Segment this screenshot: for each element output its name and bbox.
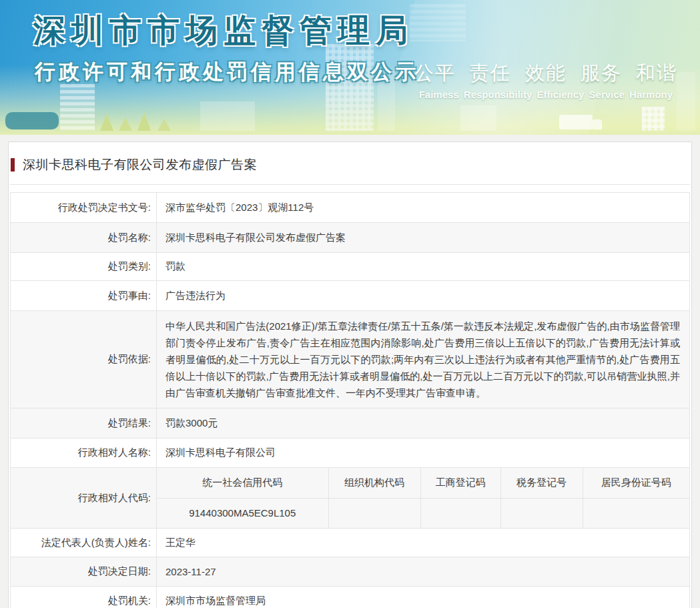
code-col-header: 组织机构代码 (328, 468, 420, 498)
party-codes-table: 统一社会信用代码 组织机构代码 工商登记码 税务登记号 居民身份证号码 9144… (157, 468, 689, 528)
row-legal-representative: 法定代表人(负责人)姓名: 王定华 (11, 529, 690, 557)
row-label: 法定代表人(负责人)姓名: (11, 529, 157, 557)
skyline-building (460, 105, 496, 131)
row-value: 罚款3000元 (157, 408, 690, 438)
row-penalty-basis: 处罚依据: 中华人民共和国广告法(2021修正)/第五章法律责任/第五十五条/第… (11, 311, 690, 408)
row-value: 深市监华处罚〔2023〕观湖112号 (157, 193, 690, 223)
row-party-codes: 行政相对人代码: 统一社会信用代码 组织机构代码 工商登记码 税务登记号 (11, 468, 690, 529)
row-value: 罚款 (157, 253, 690, 281)
code-col-header: 工商登记码 (420, 468, 500, 498)
banner-subtitle: 行政许可和行政处罚信用信息双公示 (35, 58, 419, 86)
party-codes-cell: 统一社会信用代码 组织机构代码 工商登记码 税务登记号 居民身份证号码 9144… (157, 468, 690, 529)
row-penalty-doc-number: 行政处罚决定书文号: 深市监华处罚〔2023〕观湖112号 (11, 193, 690, 223)
row-label: 处罚类别: (11, 253, 157, 281)
skyline-building (410, 4, 466, 41)
tree-silhouette (119, 117, 132, 131)
code-col-header: 居民身份证号码 (583, 468, 689, 498)
slogan-block: 公平 责任 效能 服务 和谐 Faimess Responsibility Ef… (414, 60, 677, 100)
code-value (500, 498, 583, 528)
row-label: 处罚名称: (11, 223, 157, 253)
row-penalty-authority: 处罚机关: 深圳市市场监督管理局 (11, 587, 690, 608)
page-title: 深圳卡思科电子有限公司发布虚假广告案 (23, 156, 257, 174)
row-label: 行政处罚决定书文号: (11, 193, 157, 223)
row-value: 广告违法行为 (157, 281, 690, 311)
title-divider (10, 184, 690, 185)
agency-title: 深圳市市场监督管理局 (33, 9, 414, 52)
row-value: 王定华 (157, 529, 690, 557)
row-value: 深圳市市场监督管理局 (157, 587, 690, 608)
row-value: 2023-11-27 (157, 557, 690, 587)
skyline-building (326, 44, 374, 131)
skyline-building (642, 107, 665, 131)
site-banner: 深圳市市场监督管理局 行政许可和行政处罚信用信息双公示 公平 责任 效能 服务 … (0, 0, 700, 135)
row-penalty-name: 处罚名称: 深圳卡思科电子有限公司发布虚假广告案 (11, 223, 690, 253)
row-label: 处罚机关: (11, 587, 157, 608)
code-col-header: 统一社会信用代码 (157, 468, 328, 498)
code-value (328, 498, 420, 528)
tree-silhouette (137, 112, 151, 131)
penalty-info-table: 行政处罚决定书文号: 深市监华处罚〔2023〕观湖112号 处罚名称: 深圳卡思… (10, 192, 690, 608)
row-decision-date: 处罚决定日期: 2023-11-27 (11, 557, 690, 587)
content-panel: 深圳卡思科电子有限公司发布虚假广告案 行政处罚决定书文号: 深市监华处罚〔202… (8, 141, 692, 608)
page-title-row: 深圳卡思科电子有限公司发布虚假广告案 (11, 156, 689, 174)
code-col-header: 税务登记号 (500, 468, 583, 498)
row-value: 深圳卡思科电子有限公司发布虚假广告案 (157, 223, 690, 253)
row-party-name: 行政相对人名称: 深圳卡思科电子有限公司 (11, 438, 690, 468)
skyline-building (677, 72, 695, 131)
code-value (420, 498, 500, 528)
row-label: 处罚结果: (11, 408, 157, 438)
truck-silhouette (559, 115, 593, 129)
slogan-chinese: 公平 责任 效能 服务 和谐 (414, 60, 677, 87)
bus-silhouette (5, 112, 59, 129)
code-value: 91440300MA5EC9L105 (157, 498, 328, 528)
row-label: 处罚依据: (11, 311, 157, 408)
row-penalty-category: 处罚类别: 罚款 (11, 253, 690, 281)
row-penalty-result: 处罚结果: 罚款3000元 (11, 408, 690, 438)
skyline-building (200, 101, 255, 131)
code-value (583, 498, 689, 528)
slogan-english: Faimess Responsibility Efficiency Servic… (414, 89, 677, 100)
row-label: 处罚事由: (11, 281, 157, 311)
codes-value-row: 91440300MA5EC9L105 (157, 498, 689, 528)
row-value: 深圳卡思科电子有限公司 (157, 438, 690, 468)
row-penalty-reason: 处罚事由: 广告违法行为 (11, 281, 690, 311)
title-accent-bar (11, 158, 15, 172)
row-label: 行政相对人代码: (11, 468, 157, 529)
row-value: 中华人民共和国广告法(2021修正)/第五章法律责任/第五十五条/第一款违反本法… (157, 311, 690, 408)
tree-silhouette (157, 119, 171, 131)
row-label: 行政相对人名称: (11, 438, 157, 468)
skyline-building (60, 84, 95, 131)
row-label: 处罚决定日期: (11, 557, 157, 587)
tree-silhouette (100, 113, 113, 131)
codes-header-row: 统一社会信用代码 组织机构代码 工商登记码 税务登记号 居民身份证号码 (157, 468, 689, 498)
